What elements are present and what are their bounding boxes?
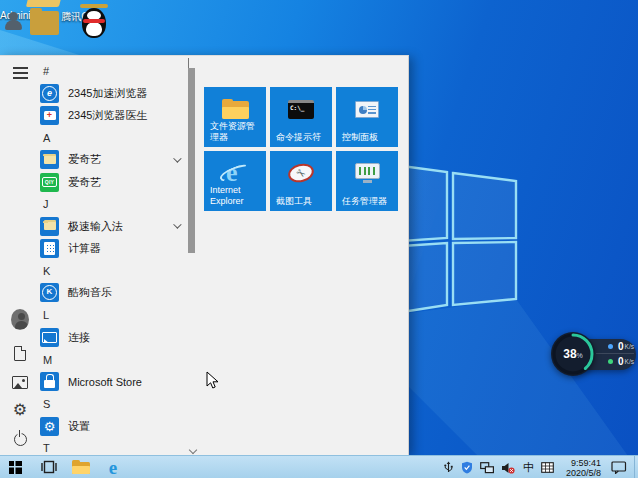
app-label: 计算器: [68, 241, 101, 256]
section-header-t[interactable]: T: [38, 437, 185, 455]
upload-dot-icon: [608, 344, 613, 349]
start-menu: ⚙ # 2345加速浏览器 2345浏览器医生 A 爱奇艺 爱奇艺: [0, 55, 409, 455]
section-header-m[interactable]: M: [38, 348, 185, 370]
settings-button[interactable]: ⚙: [11, 401, 29, 419]
edge-browser-icon: e: [109, 458, 117, 477]
section-letter: J: [38, 198, 49, 210]
section-letter: #: [38, 65, 49, 77]
speaker-muted-icon: [501, 462, 515, 474]
app-item-settings[interactable]: 设置: [38, 415, 185, 437]
section-header-j[interactable]: J: [38, 193, 185, 215]
app-label: 爱奇艺: [68, 152, 101, 167]
task-manager-icon: [355, 163, 380, 183]
app-item-jisu-ime-folder[interactable]: 极速输入法: [38, 215, 185, 237]
iqiyi-icon: [40, 173, 59, 192]
download-speed-unit: K/s: [625, 358, 634, 365]
scroll-down-chevron-icon[interactable]: [189, 446, 197, 454]
section-header-k[interactable]: K: [38, 260, 185, 282]
file-explorer-taskbar-button[interactable]: [66, 456, 96, 478]
section-header-s[interactable]: S: [38, 393, 185, 415]
tile-label: Internet Explorer: [210, 185, 262, 207]
ime-toolbar-tray-button[interactable]: [541, 462, 554, 473]
hamburger-icon: [13, 72, 28, 74]
app-item-2345-browser[interactable]: 2345加速浏览器: [38, 82, 185, 104]
tile-task-manager[interactable]: 任务管理器: [336, 151, 398, 211]
app-item-browser-doctor[interactable]: 2345浏览器医生: [38, 104, 185, 126]
app-item-kugou-music[interactable]: 酷狗音乐: [38, 282, 185, 304]
power-icon: [14, 433, 27, 446]
upload-speed-value: 0: [618, 341, 624, 352]
tile-label: 文件资源管理器: [210, 121, 262, 143]
ime-language-indicator[interactable]: 中: [523, 460, 534, 475]
progress-arc: [551, 332, 595, 376]
section-letter: A: [38, 132, 50, 144]
app-label: 2345浏览器医生: [68, 108, 147, 123]
network-icon: [480, 462, 494, 474]
app-list: # 2345加速浏览器 2345浏览器医生 A 爱奇艺 爱奇艺 J: [38, 60, 185, 455]
section-header-l[interactable]: L: [38, 304, 185, 326]
tile-file-explorer[interactable]: 文件资源管理器: [204, 87, 266, 147]
internet-explorer-icon: e: [220, 159, 250, 187]
power-button[interactable]: [11, 430, 29, 448]
app-item-calculator[interactable]: 计算器: [38, 238, 185, 260]
app-item-microsoft-store[interactable]: Microsoft Store: [38, 371, 185, 393]
scrollbar-up-button[interactable]: [188, 59, 195, 65]
keyboard-grid-icon: [541, 462, 554, 473]
control-panel-icon: [355, 101, 379, 118]
tile-internet-explorer[interactable]: e Internet Explorer: [204, 151, 266, 211]
desktop-icon-qq[interactable]: 腾讯QQ: [52, 8, 106, 24]
task-view-button[interactable]: [34, 456, 64, 478]
network-tray-button[interactable]: [480, 462, 494, 474]
app-item-iqiyi-folder[interactable]: 爱奇艺: [38, 149, 185, 171]
volume-muted-tray-button[interactable]: [501, 462, 515, 474]
download-dot-icon: [608, 359, 613, 364]
folder-icon: [40, 150, 59, 169]
desktop-icon-administrator[interactable]: Administra...: [0, 8, 54, 21]
show-desktop-button[interactable]: [634, 456, 638, 478]
speed-ball-widget[interactable]: 0 K/s 0 K/s 38%: [550, 331, 638, 377]
tile-snipping-tool[interactable]: 截图工具: [270, 151, 332, 211]
2345-browser-icon: [40, 84, 59, 103]
tile-label: 控制面板: [342, 132, 378, 143]
taskbar: e: [0, 455, 638, 478]
documents-button[interactable]: [11, 344, 29, 362]
app-item-iqiyi[interactable]: 爱奇艺: [38, 171, 185, 193]
store-icon: [40, 372, 59, 391]
tile-control-panel[interactable]: 控制面板: [336, 87, 398, 147]
snipping-tool-icon: [286, 161, 316, 185]
tile-label: 命令提示符: [276, 132, 321, 143]
section-header-hash[interactable]: #: [38, 60, 185, 82]
usb-device-tray-button[interactable]: [443, 461, 454, 474]
action-center-button[interactable]: [611, 461, 627, 474]
usb-icon: [443, 461, 454, 474]
chevron-down-icon[interactable]: [173, 154, 181, 162]
folder-icon: [72, 460, 90, 474]
tile-command-prompt[interactable]: 命令提示符: [270, 87, 332, 147]
memory-percent-ball[interactable]: 38%: [551, 332, 595, 376]
app-label: 连接: [68, 330, 90, 345]
gear-icon: ⚙: [13, 402, 27, 418]
scrollbar-thumb[interactable]: [188, 68, 195, 253]
chevron-down-icon[interactable]: [173, 221, 181, 229]
upload-speed-unit: K/s: [625, 343, 634, 350]
app-label: 酷狗音乐: [68, 285, 112, 300]
windows-logo-icon: [9, 461, 22, 474]
security-shield-tray-button[interactable]: [461, 461, 473, 474]
task-view-icon: [40, 460, 58, 474]
start-menu-rail: ⚙: [0, 56, 38, 455]
section-letter: T: [38, 442, 50, 454]
section-letter: L: [38, 309, 49, 321]
pictures-button[interactable]: [11, 373, 29, 391]
folder-icon: [40, 217, 59, 236]
app-label: 爱奇艺: [68, 175, 101, 190]
user-account-button[interactable]: [11, 310, 29, 328]
clock[interactable]: 9:59:41 2020/5/8: [566, 458, 601, 478]
edge-taskbar-button[interactable]: e: [98, 456, 128, 478]
tile-label: 截图工具: [276, 196, 312, 207]
expand-menu-button[interactable]: [11, 64, 29, 82]
app-label: Microsoft Store: [68, 376, 142, 388]
section-header-a[interactable]: A: [38, 127, 185, 149]
app-item-connect[interactable]: 连接: [38, 326, 185, 348]
command-prompt-icon: [288, 100, 314, 119]
start-button[interactable]: [0, 456, 30, 478]
